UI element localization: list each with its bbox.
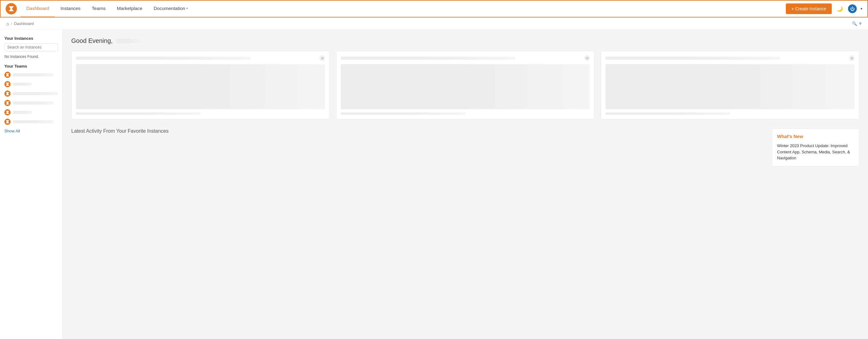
instance-card[interactable]: ✕ bbox=[336, 51, 594, 119]
sidebar-team-item[interactable] bbox=[4, 100, 58, 106]
nav-marketplace[interactable]: Marketplace bbox=[111, 0, 148, 18]
sidebar-team-item[interactable] bbox=[4, 90, 58, 97]
sidebar-teams-title: Your Teams bbox=[4, 64, 58, 68]
nav-instances[interactable]: Instances bbox=[55, 0, 86, 18]
card-footer-placeholder bbox=[606, 112, 730, 115]
card-body-placeholder bbox=[341, 64, 590, 109]
home-icon[interactable]: ⌂ bbox=[6, 21, 9, 26]
instance-card[interactable]: ✕ bbox=[71, 51, 330, 119]
greeting: Good Evening, bbox=[71, 37, 859, 45]
card-title-placeholder bbox=[76, 57, 250, 60]
card-header: ✕ bbox=[76, 55, 325, 61]
card-close-button[interactable]: ✕ bbox=[849, 55, 855, 61]
activity-area: Latest Activity From Your Favorite Insta… bbox=[71, 128, 766, 167]
sidebar-team-item[interactable] bbox=[4, 81, 58, 87]
sidebar-team-item[interactable] bbox=[4, 109, 58, 115]
greeting-text: Good Evening, bbox=[71, 37, 113, 45]
sidebar: Your Instances No Instances Found. Your … bbox=[0, 30, 63, 339]
nav-teams[interactable]: Teams bbox=[86, 0, 111, 18]
card-title-placeholder bbox=[606, 57, 780, 60]
whats-new-text: Winter 2023 Product Update: Improved Con… bbox=[777, 143, 854, 161]
greeting-name-placeholder bbox=[116, 39, 144, 43]
instance-cards-grid: ✕ ✕ ✕ bbox=[71, 51, 859, 119]
whats-new-panel: What's New Winter 2023 Product Update: I… bbox=[772, 128, 859, 167]
card-footer-placeholder bbox=[76, 112, 201, 115]
create-instance-button[interactable]: + Create Instance bbox=[786, 3, 832, 14]
card-title-placeholder bbox=[341, 57, 515, 60]
bottom-section: Latest Activity From Your Favorite Insta… bbox=[71, 128, 859, 167]
main-content: Good Evening, ✕ ✕ bbox=[63, 30, 868, 339]
card-close-button[interactable]: ✕ bbox=[584, 55, 590, 61]
dark-mode-button[interactable]: 🌙 bbox=[836, 4, 844, 13]
sidebar-team-item[interactable] bbox=[4, 119, 58, 125]
whats-new-title: What's New bbox=[777, 134, 854, 139]
breadcrumb: ⌂ / Dashboard 🔍 ▾ bbox=[0, 18, 868, 30]
instance-card[interactable]: ✕ bbox=[601, 51, 859, 119]
card-header: ✕ bbox=[606, 55, 855, 61]
sidebar-instances-title: Your Instances bbox=[4, 36, 58, 41]
card-body-placeholder bbox=[606, 64, 855, 109]
nav-dashboard[interactable]: Dashboard bbox=[21, 0, 55, 18]
search-icon[interactable]: 🔍 bbox=[852, 21, 857, 26]
show-all-link[interactable]: Show All bbox=[4, 129, 20, 133]
card-body-placeholder bbox=[76, 64, 325, 109]
sidebar-team-item[interactable] bbox=[4, 72, 58, 78]
nav-links: Dashboard Instances Teams Marketplace Do… bbox=[21, 0, 786, 18]
chevron-down-icon: ▾ bbox=[186, 6, 188, 10]
breadcrumb-search-area: 🔍 ▾ bbox=[852, 20, 862, 27]
power-dropdown-icon[interactable]: ▾ bbox=[861, 6, 862, 11]
card-header: ✕ bbox=[341, 55, 590, 61]
filter-dropdown-icon[interactable]: ▾ bbox=[859, 20, 862, 27]
latest-activity-title: Latest Activity From Your Favorite Insta… bbox=[71, 128, 766, 134]
power-button[interactable]: ⏻ bbox=[848, 4, 857, 13]
search-instances-input[interactable] bbox=[4, 43, 58, 51]
breadcrumb-current: Dashboard bbox=[14, 21, 34, 26]
nav-documentation[interactable]: Documentation ▾ bbox=[148, 0, 194, 18]
page-layout: Your Instances No Instances Found. Your … bbox=[0, 30, 868, 339]
navbar: Dashboard Instances Teams Marketplace Do… bbox=[0, 0, 868, 18]
breadcrumb-separator: / bbox=[11, 21, 12, 26]
nav-right-actions: + Create Instance 🌙 ⏻ ▾ bbox=[786, 3, 862, 14]
logo[interactable] bbox=[6, 3, 17, 15]
card-footer-placeholder bbox=[341, 112, 465, 115]
card-close-button[interactable]: ✕ bbox=[319, 55, 325, 61]
no-instances-message: No Instances Found. bbox=[4, 54, 58, 59]
